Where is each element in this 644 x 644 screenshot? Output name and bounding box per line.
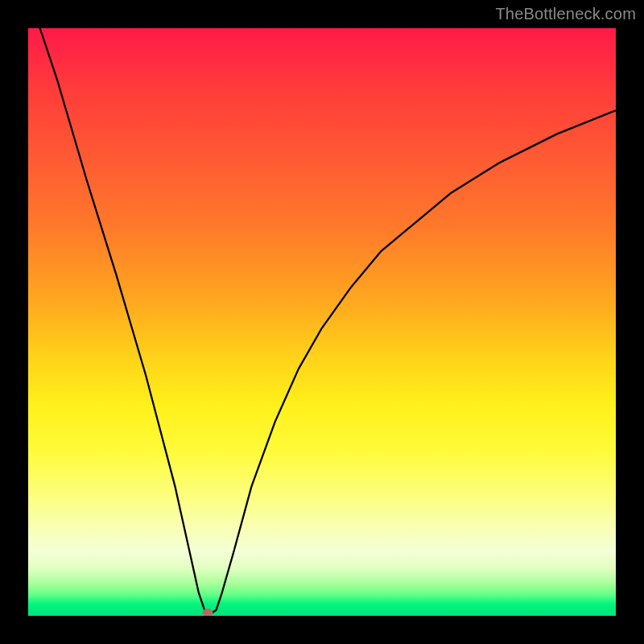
optimal-point-marker	[202, 609, 213, 616]
chart-frame: TheBottleneck.com	[0, 0, 644, 644]
watermark-text: TheBottleneck.com	[495, 5, 636, 23]
bottleneck-curve	[28, 28, 616, 616]
plot-area	[28, 28, 616, 616]
